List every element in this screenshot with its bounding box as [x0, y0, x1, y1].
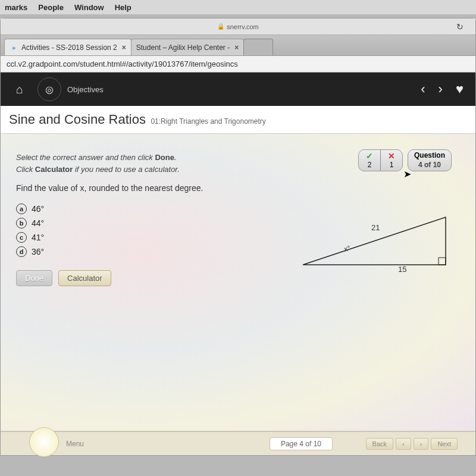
page-indicator: Page 4 of 10	[270, 437, 333, 450]
objectives-icon[interactable]: ◎	[37, 77, 61, 101]
done-button[interactable]: Done	[16, 270, 52, 286]
os-menubar: marks People Window Help	[0, 0, 476, 14]
close-icon[interactable]: ×	[122, 43, 126, 52]
menu-item[interactable]: Window	[74, 3, 104, 12]
footer-logo-icon[interactable]	[29, 427, 59, 457]
cross-icon: ✕	[388, 151, 395, 161]
choice-marker: a	[16, 203, 27, 214]
tab-help-center[interactable]: Student – Agilix Help Center - ×	[131, 39, 244, 55]
favicon-icon: »	[10, 43, 18, 52]
menu-label[interactable]: Menu	[66, 440, 84, 448]
menu-item[interactable]: Help	[115, 3, 131, 12]
mouse-cursor-icon: ➤	[403, 168, 411, 180]
calculator-button[interactable]: Calculator	[58, 270, 111, 286]
footer-bar: Menu Page 4 of 10 Back ‹ › Next	[1, 431, 475, 455]
wrong-count: 1	[388, 161, 395, 169]
page-header: Sine and Cosine Ratios 01:Right Triangle…	[1, 106, 475, 134]
app-nav: ⌂ ◎ Objectives ‹ › ♥	[1, 73, 475, 106]
question-position: Question 4 of 10	[408, 149, 452, 171]
question-text: Find the value of x, rounded to the near…	[16, 183, 460, 193]
choice-marker: b	[16, 218, 27, 228]
tab-title: Student – Agilix Help Center -	[136, 43, 230, 52]
close-icon[interactable]: ×	[234, 43, 239, 52]
reload-icon[interactable]: ↻	[456, 22, 464, 32]
choice-text: 41°	[32, 233, 44, 242]
prev-page-button[interactable]: ‹	[396, 438, 411, 450]
next-icon[interactable]: ›	[439, 82, 443, 97]
score-pill: ✓ 2 ✕ 1	[358, 149, 403, 171]
url-bar[interactable]: ccl.v2.gradpoint.com/student.html#/activ…	[1, 55, 475, 73]
svg-rect-0	[439, 258, 446, 265]
prev-icon[interactable]: ‹	[421, 82, 425, 97]
choice-marker: c	[16, 232, 27, 243]
url-text: ccl.v2.gradpoint.com/student.html#/activ…	[7, 60, 238, 68]
background-window-titlebar: 🔒 snerrv.com ↻	[1, 18, 475, 35]
page-subtitle: 01:Right Triangles and Trigonometry	[151, 117, 265, 126]
correct-count: 2	[366, 161, 373, 169]
content-area: Select the correct answer and then click…	[1, 134, 475, 431]
background-domain: snerrv.com	[227, 23, 259, 30]
hypotenuse-label: 21	[371, 223, 380, 232]
new-tab-button[interactable]	[243, 39, 273, 55]
footer-nav: Back ‹ › Next	[366, 438, 458, 450]
browser-window: 🔒 snerrv.com ↻ » Activities - SS-2018 Se…	[0, 18, 476, 456]
page-title: Sine and Cosine Ratios	[9, 112, 146, 127]
next-page-button[interactable]: ›	[414, 438, 429, 450]
heart-icon[interactable]: ♥	[456, 82, 464, 97]
triangle-figure: x° 21 15	[297, 205, 452, 277]
tab-title: Activities - SS-2018 Session 2	[21, 43, 117, 52]
base-label: 15	[398, 265, 406, 274]
choice-marker: d	[16, 246, 27, 257]
home-icon[interactable]: ⌂	[8, 77, 32, 101]
svg-text:x°: x°	[343, 244, 352, 253]
tab-activities[interactable]: » Activities - SS-2018 Session 2 ×	[4, 39, 131, 55]
check-icon: ✓	[366, 151, 373, 161]
choice-text: 46°	[32, 204, 44, 214]
next-button[interactable]: Next	[431, 438, 458, 450]
tab-strip: » Activities - SS-2018 Session 2 × Stude…	[1, 35, 475, 55]
lock-icon: 🔒	[217, 23, 224, 30]
menu-item[interactable]: marks	[5, 3, 27, 12]
objectives-label: Objectives	[67, 85, 104, 94]
menu-item[interactable]: People	[38, 3, 64, 12]
back-button[interactable]: Back	[366, 438, 393, 450]
choice-text: 44°	[32, 218, 44, 228]
choice-text: 36°	[32, 247, 44, 256]
